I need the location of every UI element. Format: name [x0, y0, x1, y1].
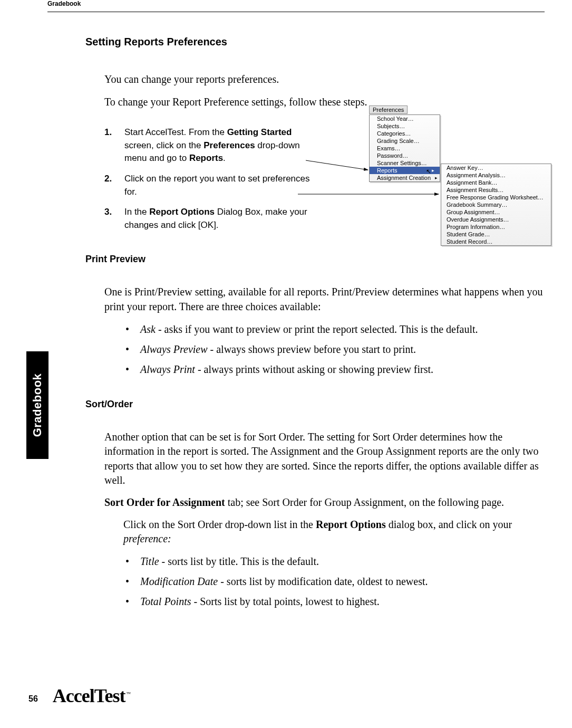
list-item: •Total Points - Sorts list by total poin… [125, 594, 545, 609]
running-head: Gradebook [47, 0, 81, 7]
step-number: 1. [104, 126, 116, 165]
intro-p1: You can change your reports preferences. [104, 72, 545, 87]
list-item: •Always Print - always prints without as… [125, 362, 545, 377]
submenu-item: Overdue Assignments… [441, 216, 551, 223]
submenu-arrow-icon: ▸ [431, 175, 438, 180]
submenu-item: Free Response Grading Worksheet… [441, 194, 551, 201]
submenu-arrow-icon: ▸ [428, 168, 434, 173]
step-number: 2. [104, 173, 116, 198]
step-1: 1. Start AccelTest. From the Getting Sta… [104, 126, 321, 165]
submenu-item: Group Assignment… [441, 208, 551, 216]
list-item: •Title - sorts list by title. This is th… [125, 554, 545, 569]
submenu-item: Student Record… [441, 238, 551, 245]
print-preview-bullets: •Ask - asks if you want to preview or pr… [125, 322, 545, 377]
menu-title: Preferences [369, 106, 408, 114]
menu-item-assignment-creation: Assignment Creation▸ [370, 174, 440, 181]
section-title-setting-reports: Setting Reports Preferences [85, 36, 545, 48]
brand-logo: AccelTest™ [53, 685, 131, 707]
step-text: Click on the report you want to set pref… [124, 173, 321, 198]
submenu-item: Program Information… [441, 223, 551, 231]
menu-item: Categories… [370, 130, 440, 137]
section-title-print-preview: Print Preview [85, 254, 545, 265]
step-number: 3. [104, 206, 116, 232]
sort-order-p3: Click on the Sort Order drop-down list i… [123, 518, 545, 547]
menu-item: Exams… [370, 145, 440, 152]
section-title-sort-order: Sort/Order [85, 399, 545, 410]
submenu-item: Assignment Bank… [441, 179, 551, 186]
intro-p2: To change your Report Preference setting… [104, 95, 545, 109]
menu-item: School Year… [370, 115, 440, 122]
menu-item: Password… [370, 152, 440, 159]
menu-item: Grading Scale… [370, 137, 440, 145]
step-2: 2. Click on the report you want to set p… [104, 173, 321, 198]
side-tab-label: Gradebook [31, 373, 44, 437]
menu-item: Subjects… [370, 122, 440, 130]
submenu-item: Assignment Analysis… [441, 171, 551, 179]
reports-submenu: Answer Key… Assignment Analysis… Assignm… [441, 164, 551, 246]
steps-list: 1. Start AccelTest. From the Getting Sta… [104, 126, 321, 232]
step-3: 3. In the Report Options Dialog Box, mak… [104, 206, 321, 232]
sort-order-bullets: •Title - sorts list by title. This is th… [125, 554, 545, 609]
sort-order-p2: Sort Order for Assignment tab; see Sort … [104, 495, 545, 510]
list-item: •Modification Date - sorts list by modif… [125, 574, 545, 589]
menu-item-reports: Reports▸ [370, 167, 440, 174]
submenu-item: Gradebook Summary… [441, 201, 551, 208]
step-text: In the Report Options Dialog Box, make y… [124, 206, 321, 232]
list-item: •Ask - asks if you want to preview or pr… [125, 322, 545, 337]
preferences-menu: School Year… Subjects… Categories… Gradi… [369, 114, 440, 182]
page-footer: 56 AccelTest™ [28, 685, 131, 707]
step-text: Start AccelTest. From the Getting Starte… [124, 126, 321, 165]
submenu-item: Answer Key… [441, 164, 551, 171]
submenu-item: Assignment Results… [441, 186, 551, 194]
side-tab: Gradebook [26, 351, 49, 459]
submenu-item: Student Grade… [441, 231, 551, 238]
menu-item: Scanner Settings… [370, 159, 440, 167]
sort-order-p1: Another option that can be set is for So… [104, 430, 545, 488]
print-preview-paragraph: One is Print/Preview setting, available … [104, 285, 545, 314]
header-rule [47, 12, 545, 12]
trademark-symbol: ™ [126, 691, 131, 696]
preferences-menu-illustration: Preferences School Year… Subjects… Categ… [369, 106, 440, 182]
list-item: •Always Preview - always shows preview b… [125, 342, 545, 357]
page-number: 56 [28, 694, 38, 704]
